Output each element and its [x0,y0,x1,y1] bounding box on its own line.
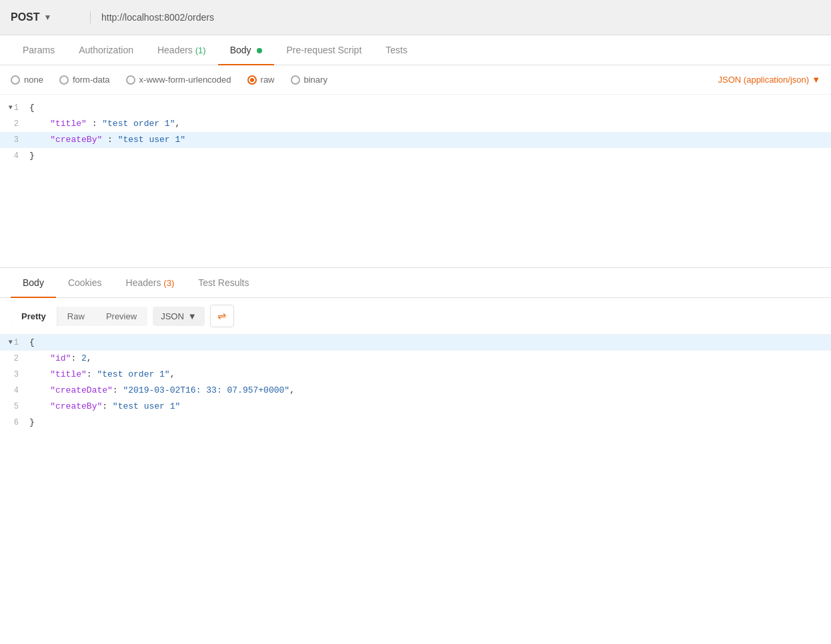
line-number: 2 [0,116,27,132]
request-tabs: Params Authorization Headers (1) Body Pr… [0,35,831,65]
url-bar: POST ▼ [0,0,831,35]
tab-authorization[interactable]: Authorization [67,35,145,65]
body-active-dot [257,48,262,53]
radio-none [11,75,20,85]
line-content: "title": "test order 1", [27,367,831,383]
code-line: ▼1{ [0,100,831,116]
radio-raw [247,75,257,85]
method-label: POST [11,11,40,23]
code-line: 3 "title": "test order 1", [0,367,831,383]
tab-body[interactable]: Body [218,35,275,65]
line-number: 6 [0,415,27,431]
code-line: 5 "createBy": "test user 1" [0,399,831,415]
json-type-chevron-icon: ▼ [812,75,820,85]
code-line: 6} [0,415,831,431]
option-form-data[interactable]: form-data [59,75,110,85]
option-none[interactable]: none [11,75,43,85]
json-type-selector[interactable]: JSON (application/json) ▼ [718,75,820,85]
tab-params[interactable]: Params [11,35,67,65]
response-tabs: Body Cookies Headers (3) Test Results [0,268,831,298]
code-line: 2 "id": 2, [0,351,831,367]
line-number: 4 [0,383,27,399]
format-pretty-button[interactable]: Pretty [11,307,57,326]
line-number: 5 [0,399,27,415]
option-binary[interactable]: binary [291,75,327,85]
line-content: "id": 2, [27,351,831,367]
response-toolbar: Pretty Raw Preview JSON ▼ ⇌ [0,298,831,335]
response-body-editor: ▼1{2 "id": 2,3 "title": "test order 1",4… [0,335,831,468]
request-body-editor[interactable]: ▼1{2 "title" : "test order 1",3 "createB… [0,95,831,268]
line-content: "title" : "test order 1", [27,116,831,132]
json-dropdown-chevron-icon: ▼ [188,311,197,321]
tab-pre-request-script[interactable]: Pre-request Script [274,35,373,65]
line-content: "createBy": "test user 1" [27,399,831,415]
format-preview-button[interactable]: Preview [95,307,147,326]
option-urlencoded[interactable]: x-www-form-urlencoded [126,75,231,85]
line-number: ▼1 [0,335,27,351]
response-tab-test-results[interactable]: Test Results [186,268,261,297]
response-json-dropdown[interactable]: JSON ▼ [153,307,205,326]
headers-badge: (1) [195,45,206,55]
response-tab-headers[interactable]: Headers (3) [114,268,187,297]
response-tab-body[interactable]: Body [11,268,56,297]
format-button-group: Pretty Raw Preview [11,307,147,326]
code-line: ▼1{ [0,335,831,351]
line-number: ▼1 [0,100,27,116]
tab-tests[interactable]: Tests [373,35,420,65]
wrap-response-button[interactable]: ⇌ [210,305,234,327]
tab-headers[interactable]: Headers (1) [145,35,218,65]
line-content: } [27,148,831,164]
line-content: "createBy" : "test user 1" [27,132,831,148]
radio-form-data [59,75,69,85]
line-number: 3 [0,367,27,383]
code-line: 4} [0,148,831,164]
response-tab-cookies[interactable]: Cookies [56,268,114,297]
method-chevron-icon: ▼ [44,13,52,22]
code-line: 4 "createDate": "2019-03-02T16: 33: 07.9… [0,383,831,399]
line-content: } [27,415,831,431]
line-content: "createDate": "2019-03-02T16: 33: 07.957… [27,383,831,399]
line-content: { [27,100,831,116]
response-headers-badge: (3) [163,278,174,288]
line-number: 4 [0,148,27,164]
line-number: 2 [0,351,27,367]
code-line: 2 "title" : "test order 1", [0,116,831,132]
method-selector[interactable]: POST ▼ [11,11,91,23]
body-options: none form-data x-www-form-urlencoded raw… [0,65,831,95]
line-number: 3 [0,132,27,148]
url-input[interactable] [91,7,820,28]
response-section: Body Cookies Headers (3) Test Results Pr… [0,268,831,468]
wrap-icon: ⇌ [217,311,226,321]
radio-binary [291,75,300,85]
code-line: 3 "createBy" : "test user 1" [0,132,831,148]
format-raw-button[interactable]: Raw [57,307,95,326]
line-content: { [27,335,831,351]
option-raw[interactable]: raw [247,75,275,85]
radio-urlencoded [126,75,135,85]
